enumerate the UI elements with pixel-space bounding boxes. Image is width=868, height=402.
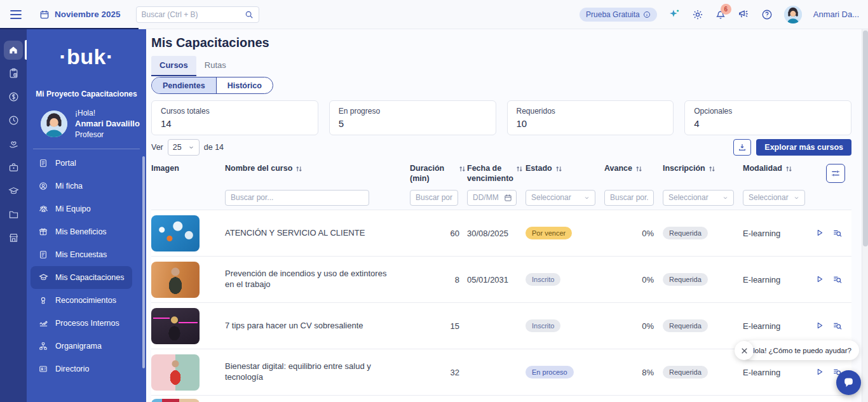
stat-label: En progreso — [339, 107, 487, 116]
sort-icon[interactable] — [459, 165, 466, 173]
topbar-actions: Prueba Gratuita 6 Anmari Da... — [580, 6, 859, 23]
modalidad-filter-select[interactable]: Seleccionar — [743, 190, 805, 206]
page-size-select[interactable]: 25 — [168, 139, 200, 156]
profile-role: Profesor — [75, 130, 140, 140]
search-input[interactable] — [142, 10, 245, 19]
sort-icon[interactable] — [635, 165, 642, 173]
help-icon[interactable] — [761, 9, 773, 20]
ai-sparkle-icon[interactable] — [668, 8, 681, 20]
sort-icon[interactable] — [516, 165, 523, 173]
name-filter-input[interactable] — [225, 190, 369, 206]
chevron-down-icon — [794, 195, 799, 201]
period-selector[interactable]: Noviembre 2025 — [39, 10, 121, 20]
play-course-button[interactable] — [815, 274, 824, 285]
rail-benefits-icon[interactable] — [0, 156, 27, 179]
column-header-fecha[interactable]: Fecha de vencimiento — [467, 164, 526, 184]
sidebar-item-reconocimientos[interactable]: Reconocimientos — [31, 289, 132, 312]
sidebar-item-organigrama[interactable]: Organigrama — [31, 335, 132, 358]
tab-rutas[interactable]: Rutas — [196, 56, 234, 76]
enrollment-badge: Requerida — [663, 273, 708, 286]
tab-cursos[interactable]: Cursos — [151, 56, 196, 76]
sort-icon[interactable] — [555, 165, 562, 173]
inscripcion-filter-select[interactable]: Seleccionar — [663, 190, 734, 206]
toggle-pendientes[interactable]: Pendientes — [152, 77, 216, 93]
rail-clipboard-icon[interactable] — [0, 62, 27, 85]
sidebar-item-mis-beneficios[interactable]: Mis Beneficios — [31, 220, 132, 243]
course-name: Prevención de incendios y uso de extinto… — [225, 269, 410, 290]
table-header-row: Imagen Nombre del curso Duración (min) F… — [151, 160, 851, 185]
rail-time-icon[interactable] — [0, 109, 27, 132]
column-header-estado[interactable]: Estado — [526, 164, 604, 174]
page-scrollbar — [862, 29, 868, 402]
toggle-historico[interactable]: Histórico — [216, 77, 273, 93]
search-icon[interactable] — [245, 10, 254, 19]
sidebar-item-mis-encuestas[interactable]: Mis Encuestas — [31, 243, 132, 266]
course-modality: E-learning — [743, 275, 814, 285]
course-due-date: 05/01/2031 — [467, 275, 526, 285]
rail-home-icon[interactable] — [0, 38, 27, 62]
stat-label: Requeridos — [517, 107, 665, 116]
chat-tooltip-close-button[interactable] — [735, 341, 754, 360]
column-header-inscripcion[interactable]: Inscripción — [663, 164, 743, 174]
column-header-modalidad[interactable]: Modalidad — [743, 164, 814, 174]
user-avatar[interactable] — [784, 6, 802, 23]
profile-avatar[interactable] — [41, 111, 67, 137]
sidebar-item-portal[interactable]: Portal — [31, 152, 132, 175]
select-placeholder: Seleccionar — [668, 193, 709, 202]
course-details-button[interactable] — [832, 274, 843, 285]
column-header-duracion[interactable]: Duración (min) — [410, 164, 467, 184]
sidebar-item-label: Mi Equipo — [55, 204, 91, 213]
sort-icon[interactable] — [709, 165, 715, 173]
rail-wellbeing-icon[interactable] — [0, 132, 27, 156]
column-header-avance[interactable]: Avance — [604, 164, 663, 174]
rail-payments-icon[interactable] — [0, 85, 27, 109]
rail-documents-icon[interactable] — [0, 203, 27, 226]
sort-icon[interactable] — [295, 165, 302, 173]
estado-filter-select[interactable]: Seleccionar — [526, 190, 595, 206]
sidebar-item-directorio[interactable]: Directorio — [31, 358, 132, 380]
avance-filter-input[interactable] — [604, 190, 654, 206]
announcements-megaphone-icon[interactable] — [738, 8, 750, 20]
chat-launcher-button[interactable] — [836, 370, 861, 395]
trial-badge[interactable]: Prueba Gratuita — [580, 8, 657, 22]
course-details-button[interactable] — [832, 228, 843, 238]
play-course-button[interactable] — [815, 321, 824, 331]
download-button[interactable] — [733, 139, 751, 156]
sidebar-scrollbar-thumb[interactable] — [142, 156, 145, 368]
notification-count-badge: 6 — [721, 4, 731, 15]
play-course-button[interactable] — [815, 228, 824, 238]
user-name[interactable]: Anmari Da... — [813, 10, 859, 19]
sidebar-item-label: Procesos Internos — [55, 319, 119, 328]
date-filter-input[interactable]: DD/MM — [467, 190, 517, 206]
course-details-button[interactable] — [832, 321, 843, 331]
enrollment-badge: Requerida — [663, 319, 708, 332]
status-badge: Inscrito — [526, 319, 560, 332]
course-name: 7 tips para hacer un CV sobresaliente — [225, 321, 410, 332]
duration-filter-input[interactable] — [410, 190, 458, 206]
play-course-button[interactable] — [815, 367, 824, 377]
sidebar-item-mis-capacitaciones[interactable]: Mis Capacitaciones — [31, 266, 132, 289]
global-search[interactable] — [136, 6, 259, 23]
calendar-icon[interactable] — [504, 194, 512, 202]
sidebar-nav: Portal Mi ficha Mi Equipo Mis Beneficios… — [27, 152, 146, 380]
survey-icon — [38, 250, 48, 259]
course-duration: 15 — [451, 321, 467, 331]
sort-icon[interactable] — [785, 165, 792, 173]
rail-marketplace-icon[interactable] — [0, 226, 27, 250]
column-settings-button[interactable] — [826, 164, 845, 183]
course-modality: E-learning — [743, 229, 814, 238]
page-scrollbar-thumb[interactable] — [863, 30, 868, 246]
settings-gear-icon[interactable] — [692, 9, 703, 20]
ver-label: Ver — [151, 143, 163, 152]
sidebar-item-mi-equipo[interactable]: Mi Equipo — [31, 198, 132, 220]
rail-training-icon[interactable] — [0, 179, 27, 203]
medal-icon — [38, 296, 48, 305]
hamburger-menu-icon[interactable] — [10, 10, 22, 20]
notifications-bell-icon[interactable]: 6 — [715, 9, 726, 20]
sidebar-divider — [33, 149, 140, 149]
explore-courses-button[interactable]: Explorar más cursos — [756, 139, 851, 156]
sidebar-item-procesos-internos[interactable]: Procesos Internos — [31, 312, 132, 335]
stat-value: 4 — [694, 118, 842, 129]
column-header-nombre[interactable]: Nombre del curso — [225, 164, 410, 174]
sidebar-item-mi-ficha[interactable]: Mi ficha — [31, 175, 132, 198]
